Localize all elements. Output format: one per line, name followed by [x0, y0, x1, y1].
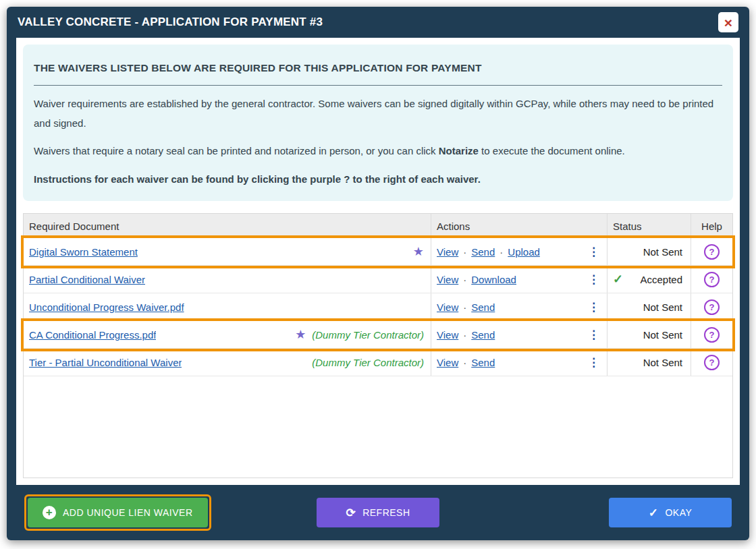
dialog-title: VALLEY CONCRETE - APPLICATION FOR PAYMEN…: [18, 16, 323, 29]
info-paragraph-2: Waivers that require a notary seal can b…: [34, 142, 722, 161]
help-cell: ?: [691, 293, 732, 320]
okay-check-icon: ✓: [649, 507, 659, 519]
close-icon: ×: [724, 16, 732, 30]
help-cell: ?: [691, 238, 732, 265]
action-separator: ·: [463, 246, 466, 258]
dialog-titlebar: VALLEY CONCRETE - APPLICATION FOR PAYMEN…: [7, 7, 749, 38]
table-body: Digital Sworn Statement ★ View·Send·Uplo…: [24, 238, 732, 376]
help-cell: ?: [691, 266, 732, 293]
info-paragraph-2-text: Waivers that require a notary seal can b…: [34, 145, 439, 156]
table-row: Partial Conditional Waiver View·Download…: [24, 266, 732, 293]
star-icon: ★: [295, 328, 306, 341]
action-separator: ·: [463, 301, 466, 313]
table-header-row: Required Document Actions Status Help: [24, 214, 732, 238]
action-link-send[interactable]: Send: [471, 301, 495, 313]
status-label: Not Sent: [643, 357, 682, 368]
info-heading: THE WAIVERS LISTED BELOW ARE REQUIRED FO…: [34, 62, 722, 74]
status-cell: Not Sent: [607, 321, 691, 348]
action-link-send[interactable]: Send: [471, 357, 495, 368]
document-link[interactable]: Tier - Partial Unconditional Waiver: [29, 357, 182, 368]
info-paragraph-1: Waiver requirements are established by t…: [34, 94, 722, 133]
header-required-document: Required Document: [24, 214, 431, 238]
dialog-footer: + ADD UNIQUE LIEN WAIVER ⟳ REFRESH ✓ OKA…: [7, 485, 749, 540]
header-help: Help: [691, 214, 732, 238]
status-cell: Not Sent: [607, 238, 691, 265]
refresh-button[interactable]: ⟳ REFRESH: [317, 498, 439, 527]
header-actions: Actions: [431, 214, 607, 238]
accepted-check-icon: ✓: [613, 272, 623, 287]
okay-button[interactable]: ✓ OKAY: [609, 498, 732, 527]
actions-cell: View·Download ⋮: [431, 266, 607, 293]
action-link-upload[interactable]: Upload: [508, 246, 540, 258]
table-row: Unconditional Progress Waiver.pdf View·S…: [24, 293, 732, 321]
status-cell: Not Sent: [607, 349, 691, 376]
info-divider: [34, 85, 722, 86]
document-link[interactable]: Unconditional Progress Waiver.pdf: [29, 301, 184, 313]
table-row: Digital Sworn Statement ★ View·Send·Uplo…: [24, 238, 732, 266]
action-separator: ·: [500, 246, 503, 258]
contractor-label: (Dummy Tier Contractor): [312, 357, 424, 368]
star-icon: ★: [413, 245, 424, 258]
help-button[interactable]: ?: [704, 244, 720, 260]
action-link-view[interactable]: View: [437, 329, 458, 341]
kebab-menu[interactable]: ⋮: [586, 246, 601, 258]
document-link[interactable]: Digital Sworn Statement: [29, 246, 138, 258]
dialog-content: THE WAIVERS LISTED BELOW ARE REQUIRED FO…: [16, 38, 740, 485]
okay-label: OKAY: [665, 507, 692, 518]
info-paragraph-3: Instructions for each waiver can be foun…: [34, 170, 722, 190]
table-row: Tier - Partial Unconditional Waiver (Dum…: [24, 349, 732, 376]
required-documents-table: Required Document Actions Status Help Di…: [23, 213, 733, 478]
action-separator: ·: [463, 274, 466, 285]
kebab-menu[interactable]: ⋮: [586, 329, 601, 341]
waiver-info-box: THE WAIVERS LISTED BELOW ARE REQUIRED FO…: [23, 45, 733, 201]
notarize-keyword: Notarize: [439, 145, 479, 156]
refresh-label: REFRESH: [362, 507, 410, 518]
help-button[interactable]: ?: [704, 272, 720, 287]
action-link-view[interactable]: View: [437, 357, 458, 368]
document-cell-right: ★ (Dummy Tier Contractor): [290, 328, 428, 341]
action-link-download[interactable]: Download: [471, 274, 516, 285]
action-links: View·Download: [437, 274, 516, 285]
add-waiver-highlight: + ADD UNIQUE LIEN WAIVER: [24, 494, 211, 531]
action-separator: ·: [463, 357, 466, 368]
action-link-send[interactable]: Send: [471, 246, 495, 258]
document-cell-right: ★: [408, 245, 428, 258]
action-link-view[interactable]: View: [437, 301, 458, 313]
action-links: View·Send: [437, 301, 495, 313]
plus-icon: +: [43, 506, 56, 519]
refresh-icon: ⟳: [346, 507, 356, 519]
header-status: Status: [607, 214, 691, 238]
document-cell: Digital Sworn Statement ★: [24, 238, 431, 265]
action-links: View·Send: [437, 329, 495, 341]
action-separator: ·: [463, 329, 466, 341]
info-paragraph-2-tail: to execute the document online.: [479, 145, 625, 156]
payment-application-dialog: VALLEY CONCRETE - APPLICATION FOR PAYMEN…: [7, 7, 749, 540]
action-links: View·Send·Upload: [437, 246, 540, 258]
action-link-view[interactable]: View: [437, 246, 458, 258]
document-cell: CA Conditional Progress.pdf ★ (Dummy Tie…: [24, 321, 431, 348]
action-link-view[interactable]: View: [437, 274, 458, 285]
add-unique-lien-waiver-button[interactable]: + ADD UNIQUE LIEN WAIVER: [28, 498, 208, 527]
close-button[interactable]: ×: [718, 12, 738, 32]
document-cell: Unconditional Progress Waiver.pdf: [24, 293, 431, 320]
plus-glyph: +: [46, 507, 53, 518]
document-link[interactable]: CA Conditional Progress.pdf: [29, 329, 156, 341]
actions-cell: View·Send·Upload ⋮: [431, 238, 607, 265]
help-button[interactable]: ?: [704, 327, 720, 343]
help-button[interactable]: ?: [704, 355, 720, 370]
kebab-menu[interactable]: ⋮: [586, 274, 601, 285]
status-label: Not Sent: [643, 246, 682, 258]
document-link[interactable]: Partial Conditional Waiver: [29, 274, 145, 285]
actions-cell: View·Send ⋮: [431, 293, 607, 320]
help-button[interactable]: ?: [704, 299, 720, 315]
help-cell: ?: [691, 349, 732, 376]
actions-cell: View·Send ⋮: [431, 321, 607, 348]
kebab-menu[interactable]: ⋮: [586, 301, 601, 313]
kebab-menu[interactable]: ⋮: [586, 357, 601, 368]
status-label: Not Sent: [643, 329, 682, 341]
action-link-send[interactable]: Send: [471, 329, 495, 341]
status-label: Not Sent: [643, 301, 682, 313]
contractor-label: (Dummy Tier Contractor): [312, 329, 424, 341]
document-cell: Tier - Partial Unconditional Waiver (Dum…: [24, 349, 431, 376]
table-row: CA Conditional Progress.pdf ★ (Dummy Tie…: [24, 321, 732, 349]
